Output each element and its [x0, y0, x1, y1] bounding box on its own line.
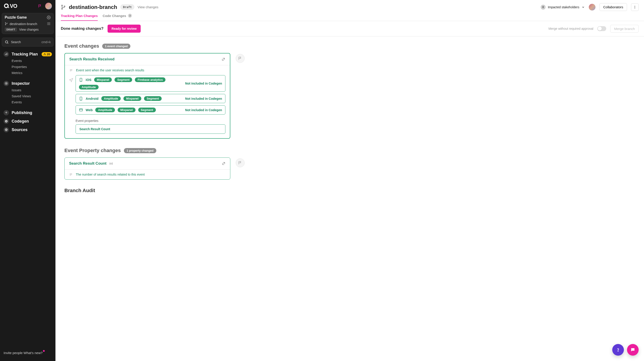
svg-point-18 [62, 5, 62, 6]
codegen-note: Not included in Codegen [185, 97, 222, 100]
svg-text:VO: VO [10, 3, 17, 9]
nav-codegen[interactable]: Codegen [2, 116, 54, 125]
header: destination-branch Draft View changes 0 … [56, 0, 644, 11]
sidebar-avatar[interactable] [45, 3, 52, 10]
publishing-icon [4, 110, 9, 116]
send-icon [69, 78, 73, 82]
platform-name: Web [86, 108, 92, 112]
nav-inspector[interactable]: Inspector [2, 78, 54, 87]
destination-pill: Amplitude [95, 108, 115, 112]
warning-badge: 20 [42, 52, 52, 56]
nav-properties[interactable]: Properties [2, 64, 54, 70]
svg-point-20 [64, 6, 65, 7]
nav-issues[interactable]: Issues [2, 87, 54, 93]
header-avatar[interactable] [589, 4, 596, 10]
action-bar: Done making changes? Ready for review Me… [56, 21, 644, 36]
sources-icon [4, 127, 9, 132]
comment-button[interactable] [236, 54, 245, 63]
event-name[interactable]: Search Results Received [69, 57, 114, 62]
search-placeholder: Search [11, 40, 21, 44]
menu-icon[interactable] [47, 22, 51, 26]
codegen-icon [4, 118, 9, 124]
more-button[interactable] [631, 3, 639, 11]
destination-pill: Amplitude [79, 85, 98, 90]
nav-events[interactable]: Events [2, 58, 54, 64]
nav-saved-views[interactable]: Saved Views [2, 93, 54, 99]
phone-icon [79, 78, 83, 82]
open-icon[interactable] [222, 162, 226, 166]
nav-publishing-label: Publishing [12, 110, 52, 115]
ready-for-review-button[interactable]: Ready for review [108, 24, 141, 33]
project-name[interactable]: Puzzle Game [5, 16, 27, 20]
codegen-note: Not included in Codegen [185, 82, 222, 85]
property-description: The number of search results related to … [76, 173, 145, 176]
platform-web[interactable]: Web Amplitude Mixpanel Segment Not inclu… [76, 105, 226, 114]
platform-ios[interactable]: iOS Mixpanel Segment Firebase analytics … [76, 75, 226, 92]
tab-code-changes[interactable]: Code Changes 3 [103, 14, 132, 21]
svg-point-36 [618, 351, 618, 351]
branch-audit-header: Branch Audit [64, 188, 635, 194]
platform-android[interactable]: Android Amplitude Mixpanel Segment Not i… [76, 94, 226, 103]
stakeholder-label: Impacted stakeholders [548, 5, 580, 9]
event-property-item[interactable]: Search Result Count [76, 124, 226, 134]
content: Event changes 1 event changed Search Res… [56, 36, 644, 211]
property-changes-count: 1 property changed [124, 148, 156, 153]
nav-sources-label: Sources [12, 128, 52, 132]
codegen-note: Not included in Codegen [185, 108, 222, 112]
draft-chip: Draft [120, 4, 134, 10]
tracking-plan-icon [4, 52, 9, 57]
help-fab[interactable] [612, 344, 624, 356]
draft-tag: DRAFT [5, 28, 17, 32]
branch-icon [5, 22, 8, 25]
event-properties-label: Event properties [76, 119, 226, 122]
phone-icon [79, 96, 83, 101]
view-changes-link[interactable]: View changes [138, 5, 158, 9]
destination-pill: Segment [138, 108, 156, 112]
nav-metrics[interactable]: Metrics [2, 70, 54, 76]
tab-code-label: Code Changes [103, 14, 126, 18]
description-icon [69, 173, 73, 176]
svg-point-14 [6, 83, 7, 84]
event-description: Event sent when the user receives search… [76, 68, 144, 72]
stakeholders-dropdown[interactable]: 0 Impacted stakeholders [541, 5, 585, 10]
svg-rect-10 [5, 54, 6, 55]
nav-publishing[interactable]: Publishing [2, 108, 54, 116]
property-name[interactable]: Search Result Count int [69, 161, 113, 166]
merge-branch-button[interactable]: Merge branch [610, 25, 639, 33]
nav-tracking-plan[interactable]: Tracking Plan 20 [2, 49, 54, 58]
nav-inspector-events[interactable]: Events [2, 99, 54, 105]
sidebar-view-changes[interactable]: View changes [19, 28, 39, 31]
svg-point-3 [5, 24, 6, 25]
web-icon [79, 108, 83, 112]
sidebar: VO Puzzle Game destination [0, 0, 56, 361]
invite-people[interactable]: Invite people [4, 350, 22, 356]
collaborators-button[interactable]: Collaborators [600, 3, 627, 11]
stakeholder-count: 0 [541, 5, 546, 10]
svg-point-8 [5, 41, 8, 43]
svg-point-22 [634, 7, 635, 7]
flag-icon[interactable] [38, 4, 42, 8]
property-changes-title: Event Property changes [64, 148, 121, 154]
whats-new[interactable]: What's new? [24, 350, 42, 356]
gear-icon[interactable] [47, 16, 51, 20]
tab-tracking-plan-changes[interactable]: Tracking Plan Changes [61, 14, 98, 21]
nav-sources[interactable]: Sources [2, 125, 54, 133]
sidebar-branch-name[interactable]: destination-branch [10, 22, 37, 26]
event-card: Search Results Received Event sent when … [64, 53, 230, 139]
destination-pill: Firebase analytics [135, 78, 166, 82]
logo[interactable]: VO [4, 3, 22, 9]
svg-point-21 [634, 6, 635, 6]
svg-rect-31 [80, 109, 82, 111]
sidebar-nav: Tracking Plan 20 Events Properties Metri… [0, 48, 56, 135]
destination-pill: Amplitude [101, 96, 121, 101]
code-changes-count: 3 [128, 14, 132, 18]
description-icon [69, 68, 73, 72]
destination-pill: Mixpanel [118, 108, 136, 112]
merge-without-approval-toggle[interactable] [597, 26, 606, 31]
tab-tracking-label: Tracking Plan Changes [61, 14, 98, 18]
chat-fab[interactable] [627, 344, 639, 356]
tabs: Tracking Plan Changes Code Changes 3 [56, 11, 644, 21]
sidebar-search[interactable]: Search cmd+k [2, 38, 54, 46]
comment-button[interactable] [236, 158, 245, 167]
open-icon[interactable] [222, 57, 226, 61]
